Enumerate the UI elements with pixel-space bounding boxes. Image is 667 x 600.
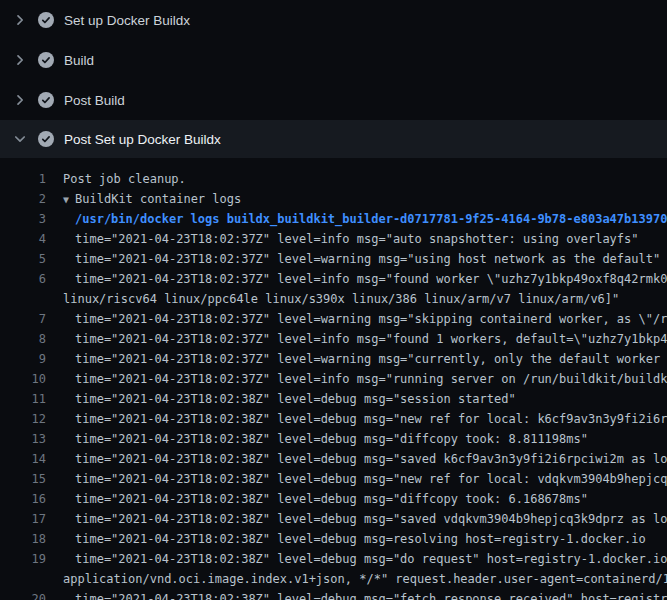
log-line: application/vnd.oci.image.index.v1+json,… bbox=[0, 569, 667, 589]
log-line-text: time="2021-04-23T18:02:37Z" level=warnin… bbox=[75, 309, 667, 329]
log-line-number[interactable]: 12 bbox=[0, 409, 46, 429]
log-line: 10 time="2021-04-23T18:02:37Z" level=inf… bbox=[0, 369, 667, 389]
log-line-number[interactable]: 15 bbox=[0, 469, 46, 489]
log-line-number[interactable]: 9 bbox=[0, 349, 46, 369]
workflow-log-panel: Set up Docker Buildx Build Post Build bbox=[0, 0, 667, 600]
log-line: 19 time="2021-04-23T18:02:38Z" level=deb… bbox=[0, 549, 667, 569]
log-line-number[interactable]: 7 bbox=[0, 309, 46, 329]
log-line-number[interactable]: 6 bbox=[0, 269, 46, 289]
chevron-right-icon bbox=[12, 52, 28, 68]
log-line: linux/riscv64 linux/ppc64le linux/s390x … bbox=[0, 289, 667, 309]
check-circle-icon bbox=[38, 52, 54, 68]
step-label: Build bbox=[64, 53, 94, 68]
log-line: 9 time="2021-04-23T18:02:37Z" level=warn… bbox=[0, 349, 667, 369]
log-line-number[interactable]: 18 bbox=[0, 529, 46, 549]
log-line-number[interactable]: 19 bbox=[0, 549, 46, 569]
check-circle-icon bbox=[38, 131, 54, 147]
log-line-text: ▼BuildKit container logs bbox=[63, 189, 241, 209]
log-line: 8 time="2021-04-23T18:02:37Z" level=info… bbox=[0, 329, 667, 349]
log-line-text: time="2021-04-23T18:02:38Z" level=debug … bbox=[75, 509, 667, 529]
log-line-number[interactable]: 16 bbox=[0, 489, 46, 509]
log-line: 3 /usr/bin/docker logs buildx_buildkit_b… bbox=[0, 209, 667, 229]
log-line: 4 time="2021-04-23T18:02:37Z" level=info… bbox=[0, 229, 667, 249]
log-line-text: time="2021-04-23T18:02:38Z" level=debug … bbox=[75, 429, 588, 449]
step-row-post-set-up-docker-buildx[interactable]: Post Set up Docker Buildx bbox=[0, 120, 667, 158]
log-line: 1 Post job cleanup. bbox=[0, 169, 667, 189]
log-line-number[interactable]: 3 bbox=[0, 209, 46, 229]
log-line-number[interactable]: 5 bbox=[0, 249, 46, 269]
group-label: BuildKit container logs bbox=[75, 192, 241, 206]
step-row-set-up-docker-buildx[interactable]: Set up Docker Buildx bbox=[0, 0, 667, 40]
log-line-text: Post job cleanup. bbox=[63, 169, 186, 189]
log-line: 17 time="2021-04-23T18:02:38Z" level=deb… bbox=[0, 509, 667, 529]
log-line: 11 time="2021-04-23T18:02:38Z" level=deb… bbox=[0, 389, 667, 409]
log-line-number[interactable]: 13 bbox=[0, 429, 46, 449]
log-line: 16 time="2021-04-23T18:02:38Z" level=deb… bbox=[0, 489, 667, 509]
log-line-text: linux/riscv64 linux/ppc64le linux/s390x … bbox=[63, 289, 619, 309]
log-line: 7 time="2021-04-23T18:02:37Z" level=warn… bbox=[0, 309, 667, 329]
log-line-number[interactable] bbox=[0, 569, 46, 589]
log-line-number[interactable]: 20 bbox=[0, 589, 46, 600]
log-line-number[interactable]: 14 bbox=[0, 449, 46, 469]
log-line-text: /usr/bin/docker logs buildx_buildkit_bui… bbox=[75, 209, 667, 229]
group-toggle-icon[interactable]: ▼ bbox=[63, 194, 69, 205]
log-line-text: time="2021-04-23T18:02:37Z" level=warnin… bbox=[75, 349, 667, 369]
log-viewer[interactable]: 1 Post job cleanup. 2 ▼BuildKit containe… bbox=[0, 158, 667, 600]
log-line-number[interactable]: 11 bbox=[0, 389, 46, 409]
log-line-number[interactable]: 8 bbox=[0, 329, 46, 349]
log-line-text: time="2021-04-23T18:02:37Z" level=warnin… bbox=[75, 249, 660, 269]
step-row-post-build[interactable]: Post Build bbox=[0, 80, 667, 120]
check-circle-icon bbox=[38, 12, 54, 28]
log-line-text: application/vnd.oci.image.index.v1+json,… bbox=[63, 569, 667, 589]
log-line: 13 time="2021-04-23T18:02:38Z" level=deb… bbox=[0, 429, 667, 449]
log-line: 12 time="2021-04-23T18:02:38Z" level=deb… bbox=[0, 409, 667, 429]
log-line-number[interactable]: 4 bbox=[0, 229, 46, 249]
log-line-text: time="2021-04-23T18:02:38Z" level=debug … bbox=[75, 389, 516, 409]
step-label: Set up Docker Buildx bbox=[64, 13, 190, 28]
log-line-number[interactable]: 17 bbox=[0, 509, 46, 529]
log-line: 14 time="2021-04-23T18:02:38Z" level=deb… bbox=[0, 449, 667, 469]
log-line-text: time="2021-04-23T18:02:38Z" level=debug … bbox=[75, 469, 667, 489]
log-line[interactable]: 2 ▼BuildKit container logs bbox=[0, 189, 667, 209]
log-line-text: time="2021-04-23T18:02:38Z" level=debug … bbox=[75, 549, 667, 569]
log-line-number[interactable]: 10 bbox=[0, 369, 46, 389]
step-list: Set up Docker Buildx Build Post Build bbox=[0, 0, 667, 158]
log-line-text: time="2021-04-23T18:02:38Z" level=debug … bbox=[75, 409, 667, 429]
check-circle-icon bbox=[38, 92, 54, 108]
log-line-text: time="2021-04-23T18:02:38Z" level=debug … bbox=[75, 449, 667, 469]
chevron-right-icon bbox=[12, 92, 28, 108]
log-line-text: time="2021-04-23T18:02:38Z" level=debug … bbox=[75, 589, 667, 600]
step-label: Post Set up Docker Buildx bbox=[64, 132, 221, 147]
log-line-number[interactable] bbox=[0, 289, 46, 309]
log-line-number[interactable]: 1 bbox=[0, 169, 46, 189]
log-line-number[interactable]: 2 bbox=[0, 189, 46, 209]
step-label: Post Build bbox=[64, 93, 125, 108]
log-line-text: time="2021-04-23T18:02:37Z" level=info m… bbox=[75, 269, 667, 289]
log-line: 18 time="2021-04-23T18:02:38Z" level=deb… bbox=[0, 529, 667, 549]
log-line-text: time="2021-04-23T18:02:38Z" level=debug … bbox=[75, 529, 646, 549]
log-line: 15 time="2021-04-23T18:02:38Z" level=deb… bbox=[0, 469, 667, 489]
log-line-text: time="2021-04-23T18:02:37Z" level=info m… bbox=[75, 229, 639, 249]
chevron-down-icon bbox=[12, 131, 28, 147]
log-line: 6 time="2021-04-23T18:02:37Z" level=info… bbox=[0, 269, 667, 289]
log-line-text: time="2021-04-23T18:02:38Z" level=debug … bbox=[75, 489, 588, 509]
chevron-right-icon bbox=[12, 12, 28, 28]
log-line-text: time="2021-04-23T18:02:37Z" level=info m… bbox=[75, 329, 667, 349]
log-line-text: time="2021-04-23T18:02:37Z" level=info m… bbox=[75, 369, 667, 389]
log-line: 20 time="2021-04-23T18:02:38Z" level=deb… bbox=[0, 589, 667, 600]
step-row-build[interactable]: Build bbox=[0, 40, 667, 80]
log-line: 5 time="2021-04-23T18:02:37Z" level=warn… bbox=[0, 249, 667, 269]
